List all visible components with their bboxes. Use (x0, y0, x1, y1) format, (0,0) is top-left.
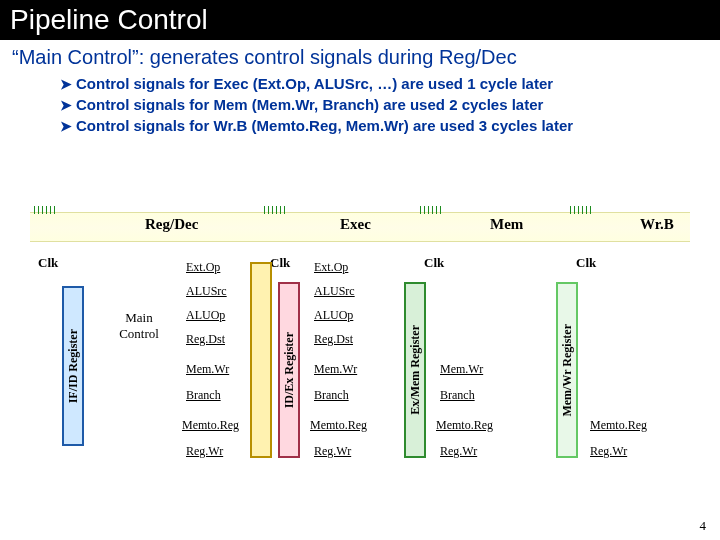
bullet-arrow-icon: ➤ (60, 97, 72, 113)
page-number: 4 (700, 518, 707, 534)
bullet-arrow-icon: ➤ (60, 118, 72, 134)
idex-register: ID/Ex Register (278, 282, 300, 458)
sig-branch: Branch (440, 388, 475, 403)
clk-label: Clk (38, 255, 58, 271)
sig-regdst: Reg.Dst (186, 332, 225, 347)
memwr-register: Mem/Wr Register (556, 282, 578, 458)
stage-mem: Mem (490, 216, 523, 233)
sig-memtoreg: Memto.Reg (310, 418, 367, 433)
stage-regdec: Reg/Dec (145, 216, 198, 233)
sig-memtoreg: Memto.Reg (436, 418, 493, 433)
sig-memwr: Mem.Wr (314, 362, 357, 377)
clk-label: Clk (424, 255, 444, 271)
ifid-register: IF/ID Register (62, 286, 84, 446)
sig-aluop: ALUOp (186, 308, 225, 323)
bullet-arrow-icon: ➤ (60, 76, 72, 92)
sig-alusrc: ALUSrc (186, 284, 227, 299)
clk-label: Clk (270, 255, 290, 271)
sig-regwr: Reg.Wr (186, 444, 223, 459)
clock-ticks (34, 206, 58, 216)
bullet-item: ➤Control signals for Exec (Ext.Op, ALUSr… (60, 73, 700, 94)
sig-extop: Ext.Op (314, 260, 348, 275)
sig-alusrc: ALUSrc (314, 284, 355, 299)
bullet-list: ➤Control signals for Exec (Ext.Op, ALUSr… (0, 73, 720, 144)
sig-memtoreg: Memto.Reg (590, 418, 647, 433)
clock-ticks (570, 206, 594, 216)
slide-title: Pipeline Control (0, 0, 720, 40)
main-control-block: Main Control (108, 310, 170, 350)
sig-memwr: Mem.Wr (440, 362, 483, 377)
sig-regwr: Reg.Wr (314, 444, 351, 459)
clock-ticks (420, 206, 444, 216)
sig-regwr: Reg.Wr (440, 444, 477, 459)
stage-exec: Exec (340, 216, 371, 233)
sig-aluop: ALUOp (314, 308, 353, 323)
sig-branch: Branch (314, 388, 349, 403)
sig-regwr: Reg.Wr (590, 444, 627, 459)
sig-memwr: Mem.Wr (186, 362, 229, 377)
exmem-register: Ex/Mem Register (404, 282, 426, 458)
sig-extop: Ext.Op (186, 260, 220, 275)
stage-wrb: Wr.B (640, 216, 674, 233)
bullet-item: ➤Control signals for Mem (Mem.Wr, Branch… (60, 94, 700, 115)
sig-memtoreg: Memto.Reg (182, 418, 239, 433)
slide-subtitle: “Main Control”: generates control signal… (0, 40, 720, 73)
sig-regdst: Reg.Dst (314, 332, 353, 347)
clock-ticks (264, 206, 288, 216)
clk-label: Clk (576, 255, 596, 271)
idex-kept-register (250, 262, 272, 458)
bullet-item: ➤Control signals for Wr.B (Memto.Reg, Me… (60, 115, 700, 136)
sig-branch: Branch (186, 388, 221, 403)
